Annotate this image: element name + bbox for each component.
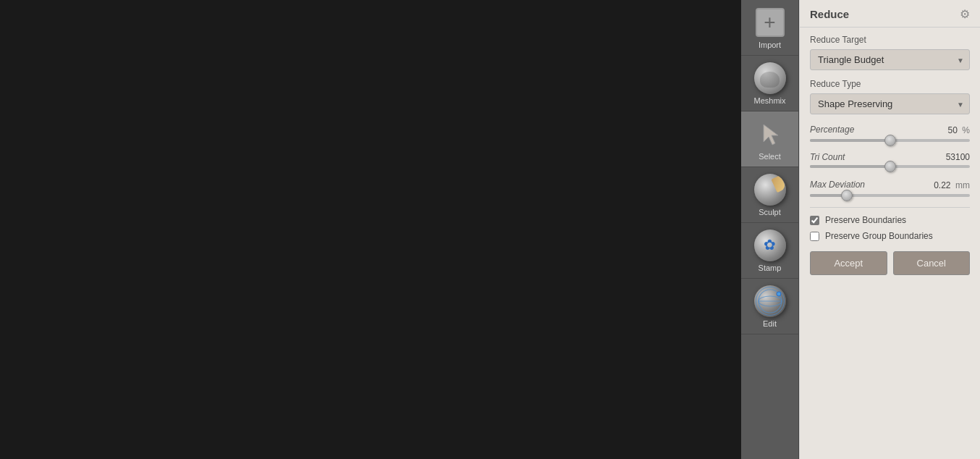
preserve-boundaries-row: Preserve Boundaries bbox=[810, 215, 970, 225]
tri-count-slider-container: Tri Count 53100 bbox=[810, 152, 970, 168]
sidebar-item-sculpt[interactable]: Sculpt bbox=[741, 167, 798, 223]
stamp-icon: ✿ bbox=[754, 230, 786, 261]
plus-icon: + bbox=[756, 8, 785, 37]
preserve-group-boundaries-row: Preserve Group Boundaries bbox=[810, 231, 970, 241]
reduce-target-label: Reduce Target bbox=[810, 35, 970, 45]
sidebar-item-import[interactable]: + Import bbox=[741, 0, 798, 56]
tri-count-slider-track[interactable] bbox=[810, 165, 970, 168]
max-deviation-label: Max Deviation bbox=[810, 180, 865, 190]
sidebar-item-label: Sculpt bbox=[759, 208, 781, 216]
meshmix-icon bbox=[754, 62, 786, 94]
tri-count-label: Tri Count bbox=[810, 152, 845, 162]
select-icon-area bbox=[753, 117, 787, 151]
cancel-button[interactable]: Cancel bbox=[893, 251, 971, 275]
percentage-slider-container: Percentage 50 % bbox=[810, 123, 970, 142]
reduce-type-select[interactable]: Shape PreservingFastAccurate bbox=[810, 93, 970, 114]
svg-marker-0 bbox=[764, 125, 778, 145]
percentage-slider-track[interactable] bbox=[810, 139, 970, 142]
sidebar-item-label: Select bbox=[759, 152, 781, 161]
panel-body: Reduce Target Triangle BudgetPercentageM… bbox=[800, 28, 980, 459]
sidebar-item-meshmix[interactable]: Meshmix bbox=[741, 56, 798, 111]
sidebar-item-select[interactable]: Select bbox=[741, 111, 798, 167]
preserve-group-boundaries-checkbox[interactable] bbox=[810, 232, 819, 241]
max-deviation-unit: mm bbox=[955, 180, 970, 190]
dark-background bbox=[0, 0, 741, 459]
preserve-boundaries-label[interactable]: Preserve Boundaries bbox=[825, 215, 906, 225]
sidebar-item-edit[interactable]: Edit bbox=[741, 279, 798, 334]
tri-count-value: 53100 bbox=[946, 152, 970, 162]
svg-point-4 bbox=[777, 292, 781, 296]
edit-icon bbox=[754, 285, 786, 317]
percentage-unit: % bbox=[962, 125, 970, 135]
tri-count-slider-fill bbox=[810, 165, 890, 168]
reduce-panel: Reduce ⚙ Reduce Target Triangle BudgetPe… bbox=[799, 0, 980, 459]
sidebar-item-label: Meshmix bbox=[753, 96, 785, 105]
accept-button[interactable]: Accept bbox=[810, 251, 887, 275]
sidebar: + Import Meshmix Select Sculpt bbox=[741, 0, 799, 459]
panel-header: Reduce ⚙ bbox=[800, 0, 980, 28]
max-deviation-slider-track[interactable] bbox=[810, 194, 970, 197]
sidebar-item-label: Stamp bbox=[759, 264, 782, 272]
import-icon-area: + bbox=[753, 6, 787, 39]
button-row: Accept Cancel bbox=[810, 251, 970, 282]
stamp-icon-area: ✿ bbox=[753, 229, 787, 262]
reduce-type-label: Reduce Type bbox=[810, 79, 970, 89]
percentage-label: Percentage bbox=[810, 125, 854, 135]
preserve-boundaries-checkbox[interactable] bbox=[810, 216, 819, 225]
panel-title: Reduce bbox=[810, 8, 849, 20]
reduce-target-dropdown-wrapper: Triangle BudgetPercentageMax Deviation ▼ bbox=[810, 49, 970, 70]
percentage-slider-fill bbox=[810, 139, 890, 142]
reduce-type-dropdown-wrapper: Shape PreservingFastAccurate ▼ bbox=[810, 93, 970, 114]
percentage-value: 50 bbox=[948, 125, 958, 135]
sidebar-item-label: Import bbox=[759, 41, 781, 49]
select-icon bbox=[756, 119, 785, 148]
divider bbox=[810, 207, 970, 208]
edit-icon-area bbox=[753, 285, 787, 318]
max-deviation-slider-container: Max Deviation 0.22 mm bbox=[810, 178, 970, 197]
max-deviation-value: 0.22 bbox=[934, 180, 950, 190]
reduce-target-select[interactable]: Triangle BudgetPercentageMax Deviation bbox=[810, 49, 970, 70]
max-deviation-slider-thumb[interactable] bbox=[841, 190, 853, 201]
sidebar-item-label: Edit bbox=[763, 319, 777, 328]
percentage-slider-thumb[interactable] bbox=[884, 135, 896, 146]
gear-button[interactable]: ⚙ bbox=[960, 7, 970, 21]
preserve-group-boundaries-label[interactable]: Preserve Group Boundaries bbox=[825, 231, 933, 241]
max-deviation-row: Max Deviation 0.22 mm bbox=[810, 178, 970, 191]
sculpt-icon-area bbox=[753, 173, 787, 206]
sidebar-item-stamp[interactable]: ✿ Stamp bbox=[741, 223, 798, 279]
tri-count-slider-thumb[interactable] bbox=[884, 161, 896, 172]
meshmix-icon-area bbox=[753, 62, 787, 95]
sculpt-icon bbox=[754, 174, 786, 206]
